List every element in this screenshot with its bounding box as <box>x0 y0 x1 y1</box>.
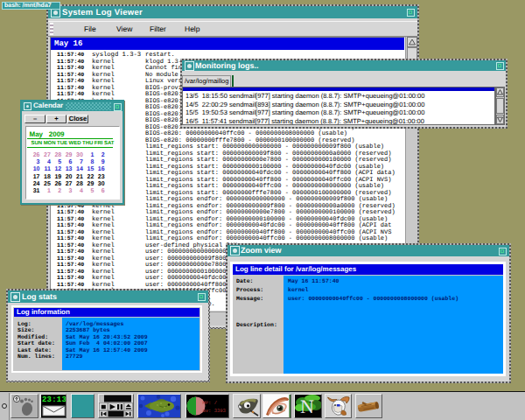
svg-text:N: N <box>300 396 314 417</box>
svg-text:av: 33937: av: 33937 <box>203 408 228 414</box>
svg-text:MP: /: MP: / <box>203 400 218 406</box>
